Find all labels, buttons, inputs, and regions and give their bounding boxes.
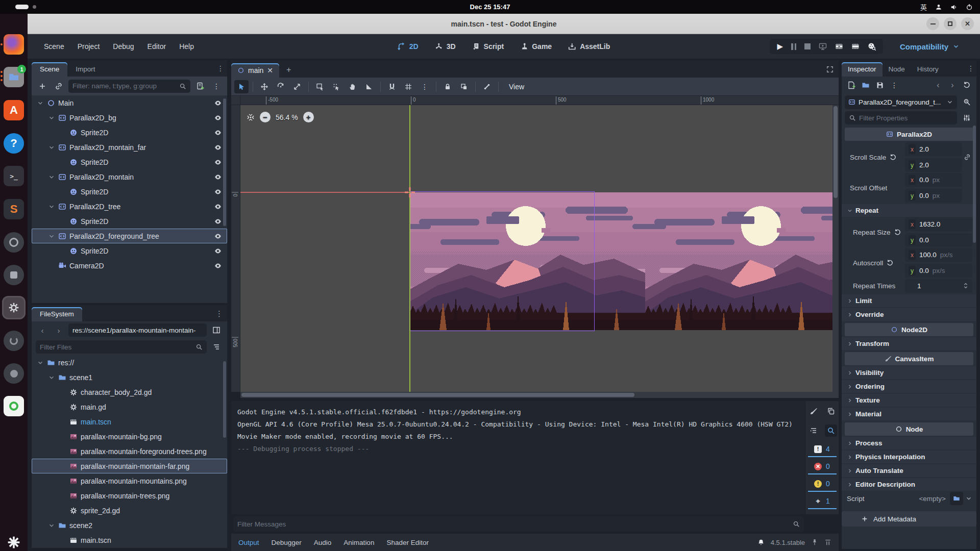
nav-back-icon[interactable]: ‹ [36,323,49,337]
section-repeat[interactable]: Repeat [842,204,976,217]
visibility-eye-icon[interactable] [214,143,222,152]
scroll-scale-x[interactable]: x 2.0 [905,142,962,156]
visibility-eye-icon[interactable] [214,99,222,107]
ruler-tool-icon[interactable] [362,80,376,93]
file-tree-row[interactable]: parallax-mountain-trees.png [32,488,227,503]
app-icon[interactable] [4,331,24,351]
file-tree-row[interactable]: parallax-mountain-bg.png [32,429,227,444]
mode-button[interactable]: 2D [392,40,424,53]
file-tree-row[interactable]: res:// [32,355,227,370]
help-icon[interactable]: ? [4,133,24,154]
maximize-button[interactable] [944,17,957,30]
renderer-selector[interactable]: Compatibility [900,42,960,51]
view-menu-button[interactable]: View [503,81,530,93]
bottom-tab[interactable]: Debugger [272,539,302,546]
object-history-icon[interactable] [960,79,973,92]
mode-button[interactable]: 3D [429,40,461,53]
system-tray[interactable]: 英 [920,2,973,12]
chevron-down-icon[interactable] [48,203,55,210]
inspector-tab[interactable]: Inspector [842,62,883,77]
chevron-down-icon[interactable] [48,374,55,381]
dock-tab[interactable]: Import [67,62,103,77]
file-tree-row[interactable]: scene1 [32,370,227,385]
link-values-icon[interactable] [964,154,971,161]
stop-button[interactable] [804,43,811,49]
inspector-menu-icon[interactable]: ⋮ [967,64,974,72]
open-docs-icon[interactable] [960,95,973,109]
filesystem-tab[interactable]: FileSystem [32,307,82,321]
mode-button[interactable]: AssetLib [562,40,616,53]
smart-snap-icon[interactable] [385,80,399,93]
instance-scene-icon[interactable] [52,80,65,93]
visibility-eye-icon[interactable] [214,114,222,122]
distraction-free-icon[interactable] [821,63,839,78]
expand-panel-icon[interactable] [824,539,831,546]
grid-snap-icon[interactable] [401,80,415,93]
inspector-section[interactable]: Auto Translate [842,464,976,477]
new-scene-tab-icon[interactable]: + [279,62,298,78]
bottom-tab[interactable]: Animation [344,539,374,546]
scene-tree-row[interactable]: Parallax2D_foreground_tree [32,229,227,243]
attach-script-icon[interactable] [193,80,207,93]
autoscroll-y[interactable]: y 0.0 px/s [905,264,972,278]
play-button[interactable]: ▶ [777,42,783,51]
bottom-tab[interactable]: Shader Editor [386,539,429,546]
dock-menu-icon[interactable]: ⋮ [217,64,224,72]
file-tree-row[interactable]: main.gd [32,399,227,414]
load-script-folder-icon[interactable] [950,492,963,505]
scene-tree-row[interactable]: Parallax2D_montain_far [32,140,227,155]
chevron-down-icon[interactable] [48,522,55,529]
nav-forward-icon[interactable]: › [52,323,65,337]
select-tool-icon[interactable] [234,80,249,93]
scene-tree-row[interactable]: Sprite2D [32,214,227,229]
skeleton-options-icon[interactable] [480,80,494,93]
file-tree-row[interactable]: parallax-mountain-mountains.png [32,473,227,488]
scene-filter-input[interactable] [68,80,190,93]
movie-maker-icon[interactable] [868,42,876,51]
counter-button[interactable]: ! 4 [808,442,837,457]
scene-tree-row[interactable]: Main [32,95,227,110]
sublime-text-icon[interactable]: S [4,199,24,219]
mode-button[interactable]: Game [514,40,557,53]
visibility-eye-icon[interactable] [214,203,222,211]
add-node-icon[interactable] [36,80,49,93]
menu-item[interactable]: Project [72,40,105,53]
file-tree-row[interactable]: main.tscn [32,414,227,429]
counter-button[interactable]: ⌖ 1 [808,494,837,509]
visibility-eye-icon[interactable] [214,217,222,226]
pivot-snap-icon[interactable] [329,80,344,93]
inspector-section[interactable]: Override [842,308,976,321]
chevron-down-icon[interactable] [48,114,55,121]
app-icon[interactable] [4,363,24,384]
collapse-duplicates-icon[interactable] [807,424,820,437]
center-view-icon[interactable] [247,113,255,121]
file-filter-input[interactable] [36,340,207,354]
visibility-eye-icon[interactable] [214,173,222,181]
category-canvasitem[interactable]: CanvasItem [845,352,973,365]
visibility-eye-icon[interactable] [214,129,222,137]
input-method-indicator[interactable]: 英 [920,2,927,12]
visibility-eye-icon[interactable] [214,232,222,240]
history-forward-icon[interactable]: › [946,79,959,92]
zoom-out-button[interactable]: − [260,112,271,122]
scene-tree-row[interactable]: Sprite2D [32,184,227,199]
file-tree-row[interactable]: main.tscn [32,533,227,547]
viewport-vscrollbar[interactable] [832,105,839,398]
inspector-section[interactable]: Transform [842,337,976,350]
autoscroll-x[interactable]: x 100.0 px/s [905,248,972,262]
visibility-eye-icon[interactable] [214,158,222,166]
chevron-down-icon[interactable] [48,233,55,240]
inspector-section[interactable]: Texture [842,394,976,407]
scene-tree-row[interactable]: Camera2D [32,258,227,273]
search-output-icon[interactable] [825,424,837,437]
accessibility-icon[interactable] [935,4,942,11]
workspace-indicator[interactable] [15,5,36,9]
chevron-down-icon[interactable] [48,144,55,151]
property-filter-input[interactable] [845,111,957,124]
play-remote-icon[interactable] [819,42,827,51]
play-custom-scene-icon[interactable] [851,42,860,51]
counter-button[interactable]: ! 0 [808,477,837,492]
inspector-tab[interactable]: History [911,62,945,77]
chevron-down-icon[interactable] [48,173,55,181]
app-icon[interactable] [4,232,24,253]
